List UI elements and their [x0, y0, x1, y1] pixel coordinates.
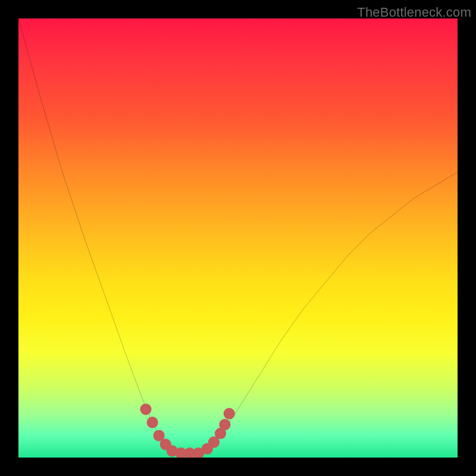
watermark-text: TheBottleneck.com [357, 5, 471, 20]
marker-dot [219, 419, 230, 430]
marker-group [140, 403, 234, 458]
marker-dot [146, 416, 158, 428]
marker-dot [140, 403, 151, 415]
bottleneck-curve [18, 18, 458, 453]
bottleneck-chart-svg [18, 18, 458, 458]
marker-dot [224, 408, 235, 419]
